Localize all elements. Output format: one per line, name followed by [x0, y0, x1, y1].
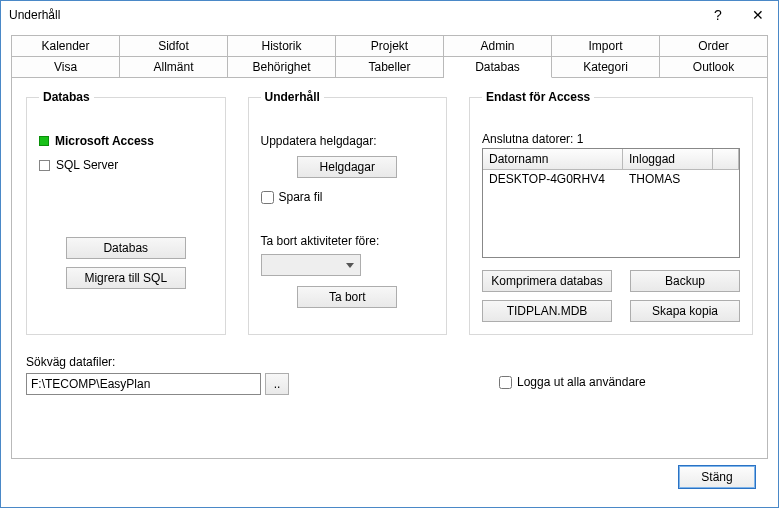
- option-sqlserver[interactable]: SQL Server: [39, 158, 213, 172]
- tab-databas[interactable]: Databas: [444, 57, 552, 78]
- option-access[interactable]: Microsoft Access: [39, 134, 213, 148]
- tab-row-2: Visa Allmänt Behörighet Tabeller Databas…: [11, 57, 768, 78]
- holidays-button[interactable]: Helgdagar: [297, 156, 397, 178]
- databas-button[interactable]: Databas: [66, 237, 186, 259]
- tab-row-1: Kalender Sidfot Historik Projekt Admin I…: [11, 35, 768, 57]
- tab-kategori[interactable]: Kategori: [552, 57, 660, 78]
- columns: Databas Microsoft Access SQL Server Data…: [26, 90, 753, 335]
- logout-all-checkbox-label: Logga ut alla användare: [517, 375, 646, 389]
- tidplan-button[interactable]: TIDPLAN.MDB: [482, 300, 612, 322]
- tab-strip: Kalender Sidfot Historik Projekt Admin I…: [11, 35, 768, 78]
- tab-panel-databas: Databas Microsoft Access SQL Server Data…: [11, 78, 768, 459]
- table-header: Datornamn Inloggad: [483, 149, 739, 170]
- group-databas-legend: Databas: [39, 90, 94, 104]
- tab-outlook[interactable]: Outlook: [660, 57, 768, 78]
- logout-all-checkbox-input[interactable]: [499, 376, 512, 389]
- tab-admin[interactable]: Admin: [444, 35, 552, 57]
- table-row[interactable]: DESKTOP-4G0RHV4 THOMAS: [483, 170, 739, 188]
- remove-before-combo[interactable]: [261, 254, 361, 276]
- col-spacer: [713, 149, 739, 170]
- path-label: Sökväg datafiler:: [26, 355, 289, 369]
- col-computer[interactable]: Datornamn: [483, 149, 623, 170]
- path-input[interactable]: [26, 373, 261, 395]
- group-underhall-legend: Underhåll: [261, 90, 324, 104]
- cell-computer: DESKTOP-4G0RHV4: [489, 172, 629, 186]
- tab-behorighet[interactable]: Behörighet: [228, 57, 336, 78]
- connected-count-label: Anslutna datorer: 1: [482, 132, 740, 146]
- compact-db-button[interactable]: Komprimera databas: [482, 270, 612, 292]
- savefile-checkbox-input[interactable]: [261, 191, 274, 204]
- col-user[interactable]: Inloggad: [623, 149, 713, 170]
- dialog-button-bar: Stäng: [11, 459, 768, 499]
- tab-allmant[interactable]: Allmänt: [120, 57, 228, 78]
- tab-projekt[interactable]: Projekt: [336, 35, 444, 57]
- close-button[interactable]: Stäng: [678, 465, 756, 489]
- logout-all-checkbox[interactable]: Logga ut alla användare: [499, 375, 646, 389]
- remove-before-label: Ta bort aktiviteter före:: [261, 234, 435, 248]
- access-btn-row-2: TIDPLAN.MDB Skapa kopia: [482, 300, 740, 322]
- tab-sidfot[interactable]: Sidfot: [120, 35, 228, 57]
- holidays-label: Uppdatera helgdagar:: [261, 134, 435, 148]
- tab-import[interactable]: Import: [552, 35, 660, 57]
- window-title: Underhåll: [9, 8, 698, 22]
- help-button[interactable]: ?: [698, 1, 738, 29]
- tab-visa[interactable]: Visa: [11, 57, 120, 78]
- savefile-checkbox[interactable]: Spara fil: [261, 190, 435, 204]
- footer-row: Sökväg datafiler: .. Logga ut alla använ…: [26, 355, 753, 395]
- option-sqlserver-label: SQL Server: [56, 158, 118, 172]
- checkbox-icon: [39, 160, 50, 171]
- group-access-only: Endast för Access Anslutna datorer: 1 Da…: [469, 90, 753, 335]
- dialog-window: Underhåll ? ✕ Kalender Sidfot Historik P…: [0, 0, 779, 508]
- tab-tabeller[interactable]: Tabeller: [336, 57, 444, 78]
- create-copy-button[interactable]: Skapa kopia: [630, 300, 740, 322]
- group-underhall: Underhåll Uppdatera helgdagar: Helgdagar…: [248, 90, 448, 335]
- access-btn-row-1: Komprimera databas Backup: [482, 270, 740, 292]
- client-area: Kalender Sidfot Historik Projekt Admin I…: [1, 29, 778, 507]
- group-databas: Databas Microsoft Access SQL Server Data…: [26, 90, 226, 335]
- savefile-checkbox-label: Spara fil: [279, 190, 323, 204]
- backup-button[interactable]: Backup: [630, 270, 740, 292]
- remove-button[interactable]: Ta bort: [297, 286, 397, 308]
- migrate-sql-button[interactable]: Migrera till SQL: [66, 267, 186, 289]
- connected-table[interactable]: Datornamn Inloggad DESKTOP-4G0RHV4 THOMA…: [482, 148, 740, 258]
- close-window-button[interactable]: ✕: [738, 1, 778, 29]
- status-icon: [39, 136, 49, 146]
- group-access-only-legend: Endast för Access: [482, 90, 594, 104]
- browse-button[interactable]: ..: [265, 373, 289, 395]
- tab-historik[interactable]: Historik: [228, 35, 336, 57]
- tab-kalender[interactable]: Kalender: [11, 35, 120, 57]
- titlebar: Underhåll ? ✕: [1, 1, 778, 29]
- tab-order[interactable]: Order: [660, 35, 768, 57]
- cell-user: THOMAS: [629, 172, 719, 186]
- option-access-label: Microsoft Access: [55, 134, 154, 148]
